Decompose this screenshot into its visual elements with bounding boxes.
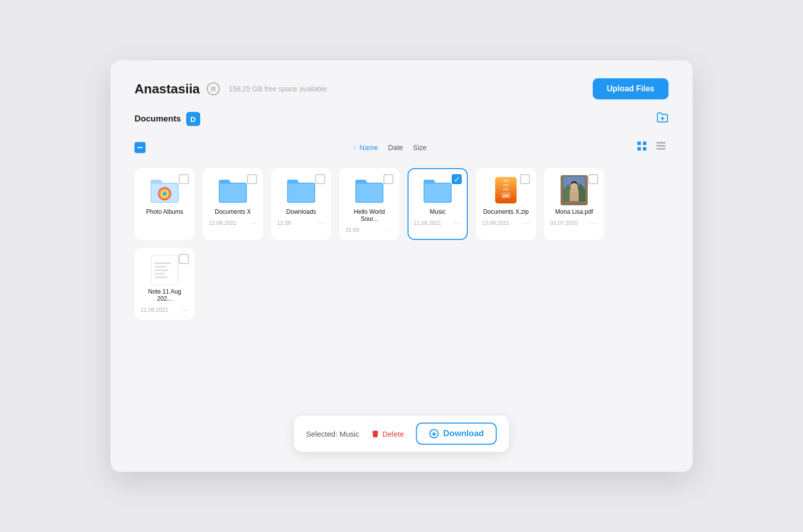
file-meta-mona-lisa: 03.07.2020 ··· bbox=[550, 219, 598, 227]
file-item-mona-lisa[interactable]: Mona Lisa.pdf 03.07.2020 ··· bbox=[544, 168, 604, 240]
registered-icon: R bbox=[207, 82, 220, 95]
sort-by-name[interactable]: ↑ Name bbox=[353, 144, 378, 152]
file-item-photo-albums[interactable]: Photo Albums bbox=[135, 168, 195, 240]
download-button[interactable]: Download bbox=[416, 423, 497, 445]
documents-d-icon: D bbox=[186, 112, 200, 126]
folder-icon-music bbox=[422, 176, 454, 204]
download-icon bbox=[429, 429, 439, 439]
file-meta-zip: 13.08.2021 ··· bbox=[482, 219, 530, 227]
file-dots-note[interactable]: ··· bbox=[181, 306, 189, 314]
svg-rect-18 bbox=[503, 188, 509, 191]
file-date-note: 11.08.2021 bbox=[141, 307, 168, 313]
mona-lisa-thumbnail bbox=[561, 175, 588, 205]
sort-by-size[interactable]: Size bbox=[413, 144, 427, 152]
svg-point-13 bbox=[164, 193, 166, 195]
file-date-documents-x: 13.08.2021 bbox=[209, 220, 236, 226]
file-name-hello-world: Hello World Sour... bbox=[345, 208, 393, 222]
toolbar: ↑ Name Date Size bbox=[110, 135, 693, 160]
file-name-mona-lisa: Mona Lisa.pdf bbox=[555, 208, 593, 215]
svg-rect-5 bbox=[643, 147, 646, 151]
file-date-hello-world: 15:09 bbox=[345, 227, 359, 233]
svg-rect-8 bbox=[656, 148, 665, 150]
svg-rect-4 bbox=[637, 147, 641, 151]
file-name-zip: Documents X.zip bbox=[483, 208, 529, 215]
file-dots-mona-lisa[interactable]: ··· bbox=[591, 219, 598, 227]
file-date-zip: 13.08.2021 bbox=[482, 220, 509, 226]
file-item-hello-world[interactable]: Hello World Sour... 15:09 ··· bbox=[339, 168, 399, 240]
header: Anastasiia R 158,25 GB free space availa… bbox=[110, 60, 693, 111]
checkbox-documents-x[interactable] bbox=[247, 174, 257, 184]
checkbox-downloads[interactable] bbox=[315, 174, 325, 184]
file-meta-downloads: 12:38 ··· bbox=[277, 219, 325, 227]
bottom-action-bar: Selected: Music Delete Download bbox=[294, 416, 509, 452]
checkbox-zip[interactable] bbox=[520, 174, 530, 184]
file-dots-downloads[interactable]: ··· bbox=[318, 219, 325, 227]
sort-by-date[interactable]: Date bbox=[388, 144, 403, 152]
file-meta-note: 11.08.2021 ··· bbox=[141, 306, 189, 314]
list-view-button[interactable] bbox=[653, 140, 668, 155]
folder-icon-documents-x bbox=[217, 176, 249, 204]
header-left: Anastasiia R 158,25 GB free space availa… bbox=[135, 81, 327, 97]
svg-rect-2 bbox=[637, 142, 641, 145]
checkbox-photo-albums[interactable] bbox=[179, 174, 189, 184]
file-dots-music[interactable]: ··· bbox=[454, 219, 462, 227]
file-item-note[interactable]: Note 11 Aug 202... 11.08.2021 ··· bbox=[135, 248, 195, 320]
delete-button[interactable]: Delete bbox=[371, 430, 404, 438]
svg-rect-17 bbox=[503, 184, 509, 186]
mona-lisa-icon bbox=[558, 176, 590, 204]
view-controls bbox=[634, 140, 668, 155]
file-name-documents-x: Documents X bbox=[215, 208, 251, 215]
user-name: Anastasiia bbox=[135, 81, 200, 97]
file-item-zip[interactable]: ZIP Documents X.zip 13.08.2021 ··· bbox=[476, 168, 536, 240]
folder-icon-downloads bbox=[285, 176, 317, 204]
breadcrumb-row: Documents D bbox=[110, 111, 693, 135]
checkbox-mona-lisa[interactable] bbox=[588, 174, 598, 184]
checkbox-note[interactable] bbox=[179, 254, 189, 264]
note-icon bbox=[149, 256, 181, 284]
file-name-downloads: Downloads bbox=[286, 208, 316, 215]
folder-icon-photo-albums bbox=[149, 176, 181, 204]
select-all-checkbox[interactable] bbox=[135, 142, 146, 153]
file-date-music: 11.08.2021 bbox=[414, 220, 441, 226]
file-item-downloads[interactable]: Downloads 12:38 ··· bbox=[271, 168, 331, 240]
file-name-music: Music bbox=[430, 208, 445, 215]
new-folder-icon[interactable] bbox=[656, 111, 668, 126]
file-dots-zip[interactable]: ··· bbox=[522, 219, 530, 227]
file-dots-hello-world[interactable]: ··· bbox=[386, 226, 393, 234]
breadcrumb-label: Documents bbox=[135, 114, 181, 124]
checkbox-hello-world[interactable] bbox=[383, 174, 393, 184]
folder-icon-hello-world bbox=[353, 176, 385, 204]
file-meta-hello-world: 15:09 ··· bbox=[345, 226, 393, 234]
trash-icon bbox=[371, 430, 379, 438]
sort-controls: ↑ Name Date Size bbox=[158, 144, 622, 152]
file-item-documents-x[interactable]: Documents X 13.08.2021 ··· bbox=[203, 168, 263, 240]
file-item-music[interactable]: ✓ Music 11.08.2021 ··· bbox=[408, 168, 468, 240]
svg-rect-6 bbox=[656, 142, 665, 144]
sort-arrow-icon: ↑ bbox=[353, 144, 356, 151]
zip-icon: ZIP bbox=[490, 176, 522, 204]
file-grid: Photo Albums Documents X 13.08.2021 ··· bbox=[110, 160, 693, 248]
file-date-downloads: 12:38 bbox=[277, 220, 291, 226]
checkbox-music[interactable]: ✓ bbox=[452, 174, 462, 184]
grid-view-button[interactable] bbox=[634, 140, 649, 155]
free-space-label: 158,25 GB free space available bbox=[229, 85, 327, 93]
file-meta-documents-x: 13.08.2021 ··· bbox=[209, 219, 257, 227]
selected-label: Selected: Music bbox=[306, 430, 359, 438]
breadcrumb-left: Documents D bbox=[135, 112, 200, 126]
file-date-mona-lisa: 03.07.2020 bbox=[550, 220, 578, 226]
file-grid-row2: Note 11 Aug 202... 11.08.2021 ··· bbox=[110, 248, 693, 328]
svg-rect-7 bbox=[656, 145, 665, 147]
file-dots-documents-x[interactable]: ··· bbox=[249, 219, 257, 227]
file-name-note: Note 11 Aug 202... bbox=[141, 288, 189, 302]
svg-point-24 bbox=[571, 183, 578, 192]
svg-text:ZIP: ZIP bbox=[503, 194, 509, 198]
svg-rect-3 bbox=[643, 142, 646, 145]
file-meta-music: 11.08.2021 ··· bbox=[414, 219, 462, 227]
upload-files-button[interactable]: Upload Files bbox=[593, 78, 668, 99]
svg-rect-16 bbox=[503, 180, 509, 182]
file-name-photo-albums: Photo Albums bbox=[146, 208, 183, 215]
main-card: Anastasiia R 158,25 GB free space availa… bbox=[110, 60, 693, 472]
